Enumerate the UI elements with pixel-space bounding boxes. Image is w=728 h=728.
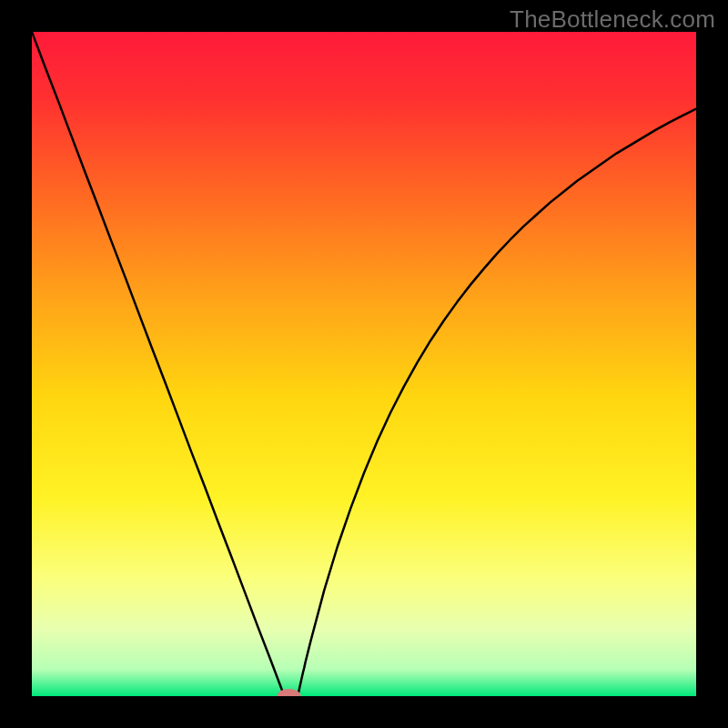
chart-frame: TheBottleneck.com <box>0 0 728 728</box>
chart-svg <box>32 32 696 696</box>
watermark-text: TheBottleneck.com <box>510 5 715 34</box>
plot-area <box>32 32 696 696</box>
gradient-background <box>32 32 696 696</box>
